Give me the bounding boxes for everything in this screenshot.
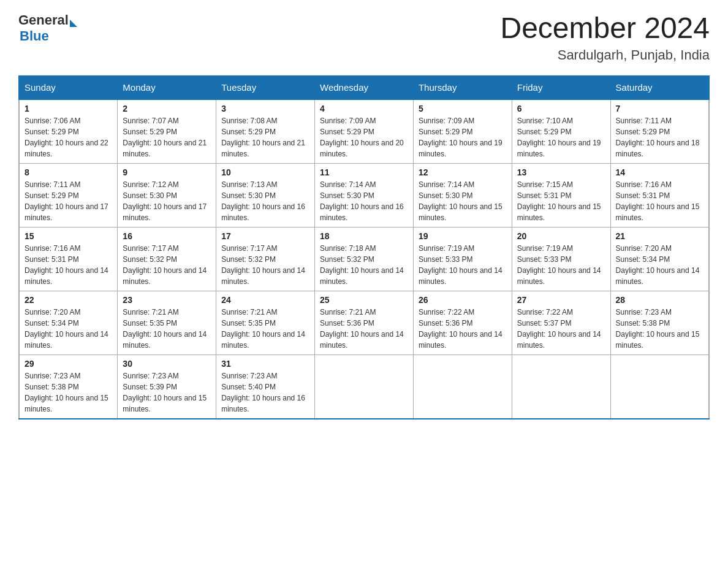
day-info: Sunrise: 7:19 AMSunset: 5:33 PMDaylight:…	[419, 244, 502, 286]
calendar-cell: 17 Sunrise: 7:17 AMSunset: 5:32 PMDaylig…	[216, 227, 315, 291]
day-info: Sunrise: 7:23 AMSunset: 5:40 PMDaylight:…	[221, 372, 305, 413]
day-info: Sunrise: 7:12 AMSunset: 5:30 PMDaylight:…	[123, 180, 207, 222]
calendar-week-row: 22 Sunrise: 7:20 AMSunset: 5:34 PMDaylig…	[19, 291, 709, 354]
logo: General Blue	[18, 12, 77, 45]
day-info: Sunrise: 7:13 AMSunset: 5:30 PMDaylight:…	[221, 180, 305, 222]
calendar-cell: 19 Sunrise: 7:19 AMSunset: 5:33 PMDaylig…	[413, 227, 512, 291]
day-number: 27	[517, 295, 605, 305]
day-number: 28	[616, 295, 703, 305]
calendar-cell	[610, 354, 709, 419]
calendar-cell: 30 Sunrise: 7:23 AMSunset: 5:39 PMDaylig…	[118, 354, 216, 419]
calendar-cell: 15 Sunrise: 7:16 AMSunset: 5:31 PMDaylig…	[19, 227, 118, 291]
header-monday: Monday	[118, 75, 216, 99]
calendar-cell	[315, 354, 414, 419]
logo-general-text: General	[18, 12, 69, 28]
calendar-cell: 25 Sunrise: 7:21 AMSunset: 5:36 PMDaylig…	[315, 291, 414, 354]
calendar-cell	[512, 354, 610, 419]
day-info: Sunrise: 7:11 AMSunset: 5:29 PMDaylight:…	[25, 180, 108, 222]
calendar-cell: 26 Sunrise: 7:22 AMSunset: 5:36 PMDaylig…	[413, 291, 512, 354]
day-number: 8	[25, 167, 112, 177]
day-info: Sunrise: 7:10 AMSunset: 5:29 PMDaylight:…	[517, 117, 601, 158]
day-number: 9	[123, 167, 211, 177]
day-number: 31	[221, 359, 309, 369]
header-thursday: Thursday	[413, 75, 512, 99]
day-info: Sunrise: 7:21 AMSunset: 5:36 PMDaylight:…	[320, 308, 404, 350]
calendar-table: SundayMondayTuesdayWednesdayThursdayFrid…	[18, 75, 710, 419]
calendar-week-row: 1 Sunrise: 7:06 AMSunset: 5:29 PMDayligh…	[19, 99, 709, 164]
calendar-cell: 5 Sunrise: 7:09 AMSunset: 5:29 PMDayligh…	[413, 99, 512, 164]
calendar-cell	[413, 354, 512, 419]
calendar-cell: 12 Sunrise: 7:14 AMSunset: 5:30 PMDaylig…	[413, 163, 512, 227]
calendar-cell: 8 Sunrise: 7:11 AMSunset: 5:29 PMDayligh…	[19, 163, 118, 227]
day-info: Sunrise: 7:22 AMSunset: 5:37 PMDaylight:…	[517, 308, 601, 350]
day-info: Sunrise: 7:16 AMSunset: 5:31 PMDaylight:…	[616, 180, 700, 222]
title-section: December 2024 Sardulgarh, Punjab, India	[500, 12, 710, 63]
calendar-cell: 28 Sunrise: 7:23 AMSunset: 5:38 PMDaylig…	[610, 291, 709, 354]
day-number: 14	[616, 167, 703, 177]
calendar-cell: 11 Sunrise: 7:14 AMSunset: 5:30 PMDaylig…	[315, 163, 414, 227]
day-number: 13	[517, 167, 605, 177]
day-number: 18	[320, 231, 408, 241]
day-number: 11	[320, 167, 408, 177]
calendar-cell: 9 Sunrise: 7:12 AMSunset: 5:30 PMDayligh…	[118, 163, 216, 227]
day-info: Sunrise: 7:16 AMSunset: 5:31 PMDaylight:…	[25, 244, 108, 286]
day-info: Sunrise: 7:23 AMSunset: 5:38 PMDaylight:…	[25, 372, 108, 413]
day-number: 23	[123, 295, 211, 305]
calendar-cell: 3 Sunrise: 7:08 AMSunset: 5:29 PMDayligh…	[216, 99, 315, 164]
calendar-cell: 21 Sunrise: 7:20 AMSunset: 5:34 PMDaylig…	[610, 227, 709, 291]
logo-arrow-icon	[70, 20, 77, 27]
day-info: Sunrise: 7:09 AMSunset: 5:29 PMDaylight:…	[320, 117, 404, 158]
calendar-subtitle: Sardulgarh, Punjab, India	[500, 47, 710, 63]
day-number: 25	[320, 295, 408, 305]
header-sunday: Sunday	[19, 75, 118, 99]
calendar-title: December 2024	[500, 12, 710, 45]
calendar-header-row: SundayMondayTuesdayWednesdayThursdayFrid…	[19, 75, 709, 99]
calendar-cell: 13 Sunrise: 7:15 AMSunset: 5:31 PMDaylig…	[512, 163, 610, 227]
calendar-week-row: 15 Sunrise: 7:16 AMSunset: 5:31 PMDaylig…	[19, 227, 709, 291]
calendar-week-row: 29 Sunrise: 7:23 AMSunset: 5:38 PMDaylig…	[19, 354, 709, 419]
calendar-cell: 23 Sunrise: 7:21 AMSunset: 5:35 PMDaylig…	[118, 291, 216, 354]
day-number: 6	[517, 104, 605, 113]
day-number: 20	[517, 231, 605, 241]
calendar-cell: 1 Sunrise: 7:06 AMSunset: 5:29 PMDayligh…	[19, 99, 118, 164]
calendar-cell: 16 Sunrise: 7:17 AMSunset: 5:32 PMDaylig…	[118, 227, 216, 291]
day-info: Sunrise: 7:11 AMSunset: 5:29 PMDaylight:…	[616, 117, 700, 158]
day-number: 26	[419, 295, 507, 305]
day-info: Sunrise: 7:15 AMSunset: 5:31 PMDaylight:…	[517, 180, 601, 222]
day-number: 3	[221, 104, 309, 113]
day-number: 16	[123, 231, 211, 241]
calendar-cell: 4 Sunrise: 7:09 AMSunset: 5:29 PMDayligh…	[315, 99, 414, 164]
day-info: Sunrise: 7:14 AMSunset: 5:30 PMDaylight:…	[320, 180, 404, 222]
day-number: 5	[419, 104, 507, 113]
day-info: Sunrise: 7:06 AMSunset: 5:29 PMDaylight:…	[25, 117, 108, 158]
calendar-week-row: 8 Sunrise: 7:11 AMSunset: 5:29 PMDayligh…	[19, 163, 709, 227]
calendar-cell: 24 Sunrise: 7:21 AMSunset: 5:35 PMDaylig…	[216, 291, 315, 354]
day-number: 24	[221, 295, 309, 305]
day-info: Sunrise: 7:17 AMSunset: 5:32 PMDaylight:…	[123, 244, 207, 286]
calendar-cell: 31 Sunrise: 7:23 AMSunset: 5:40 PMDaylig…	[216, 354, 315, 419]
logo-blue-text: Blue	[20, 28, 77, 44]
day-number: 12	[419, 167, 507, 177]
calendar-cell: 7 Sunrise: 7:11 AMSunset: 5:29 PMDayligh…	[610, 99, 709, 164]
calendar-cell: 27 Sunrise: 7:22 AMSunset: 5:37 PMDaylig…	[512, 291, 610, 354]
calendar-cell: 20 Sunrise: 7:19 AMSunset: 5:33 PMDaylig…	[512, 227, 610, 291]
day-number: 2	[123, 104, 211, 113]
day-number: 29	[25, 359, 112, 369]
calendar-cell: 6 Sunrise: 7:10 AMSunset: 5:29 PMDayligh…	[512, 99, 610, 164]
day-info: Sunrise: 7:20 AMSunset: 5:34 PMDaylight:…	[25, 308, 108, 350]
day-number: 19	[419, 231, 507, 241]
day-number: 15	[25, 231, 112, 241]
day-number: 10	[221, 167, 309, 177]
calendar-cell: 18 Sunrise: 7:18 AMSunset: 5:32 PMDaylig…	[315, 227, 414, 291]
day-info: Sunrise: 7:21 AMSunset: 5:35 PMDaylight:…	[221, 308, 305, 350]
day-number: 21	[616, 231, 703, 241]
day-number: 17	[221, 231, 309, 241]
day-info: Sunrise: 7:17 AMSunset: 5:32 PMDaylight:…	[221, 244, 305, 286]
day-info: Sunrise: 7:23 AMSunset: 5:38 PMDaylight:…	[616, 308, 700, 350]
header-saturday: Saturday	[610, 75, 709, 99]
header-tuesday: Tuesday	[216, 75, 315, 99]
day-number: 4	[320, 104, 408, 113]
calendar-cell: 2 Sunrise: 7:07 AMSunset: 5:29 PMDayligh…	[118, 99, 216, 164]
day-info: Sunrise: 7:14 AMSunset: 5:30 PMDaylight:…	[419, 180, 502, 222]
day-number: 7	[616, 104, 703, 113]
